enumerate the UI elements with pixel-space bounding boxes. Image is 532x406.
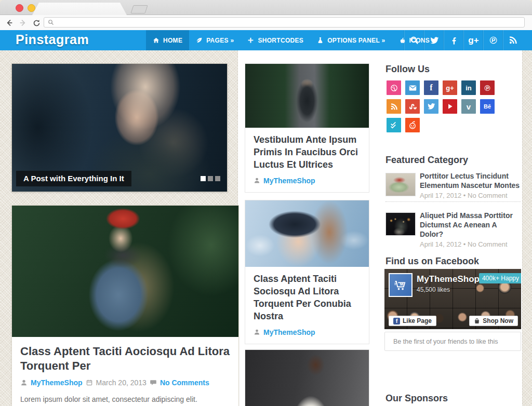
post-comments-link[interactable]: No Comments (160, 378, 209, 387)
home-icon (153, 37, 159, 44)
featured-item-title[interactable]: Porttitor Lectus Tincidunt Elementum Nas… (420, 172, 522, 191)
pinstagram-demo-page: { "colors": { "accent_blue": "#1b9ce4", … (0, 0, 532, 406)
new-tab-button[interactable] (130, 5, 148, 13)
featured-item-meta: April 14, 2012 • No Comment (420, 240, 522, 248)
back-button[interactable] (4, 18, 15, 28)
browser-toolbar (0, 15, 532, 30)
dribbble-icon[interactable] (387, 80, 401, 95)
url-input[interactable] (57, 18, 524, 26)
plus-icon (247, 37, 254, 44)
close-window-button[interactable] (16, 4, 23, 12)
navbar-search-button[interactable] (404, 30, 424, 50)
facebook-likes-count: 45,500 likes (417, 286, 450, 293)
linkedin-icon[interactable]: in (461, 80, 476, 95)
calendar-icon (86, 379, 93, 386)
facebook-page-avatar[interactable]: M (389, 273, 413, 297)
follow-us-heading: Follow Us (385, 64, 430, 75)
featured-item[interactable]: Aliquet Pid Massa Porttitor Dictumst Ac … (385, 211, 522, 248)
like-page-label: Like Page (403, 317, 432, 324)
navbar-social: g+ ℗ (404, 30, 523, 50)
email-icon[interactable] (405, 80, 420, 95)
post-card: Class Aptent Taciti Aociosqu Ad Litora T… (11, 205, 239, 406)
behance-icon[interactable]: Bē (480, 99, 495, 114)
post-meta: MyThemeShop March 20, 2013 No Comments (20, 378, 230, 387)
menu-item-pages[interactable]: PAGES » (189, 30, 241, 50)
slider-dot-3[interactable] (215, 176, 220, 181)
twitter-icon[interactable] (424, 30, 444, 50)
featured-thumbnail-car[interactable] (385, 173, 416, 196)
grid-post-body: Class Aptent Taciti Sociosqu Ad Litora T… (245, 267, 369, 344)
shop-now-label: Shop Now (483, 317, 513, 324)
google-plus-icon[interactable]: g+ (463, 30, 483, 50)
leaf-icon (196, 37, 203, 44)
slider-dot-2[interactable] (208, 176, 213, 181)
svg-text:M: M (400, 282, 404, 287)
facebook-icon: f (393, 318, 400, 324)
post-image-woman-white-dress[interactable] (245, 350, 369, 406)
menu-label: OPTIONS PANEL » (327, 37, 385, 44)
grid-post-author-link[interactable]: MyThemeShop (263, 177, 315, 185)
search-icon (48, 19, 54, 25)
featured-item[interactable]: Porttitor Lectus Tincidunt Elementum Nas… (385, 172, 522, 199)
grid-post-meta: MyThemeShop (254, 328, 361, 336)
facebook-happy-badge: 400k+ Happy (479, 273, 521, 283)
sidebar: Follow Us f g+ in ℗ v Bē Featured Catego… (385, 50, 522, 406)
pinterest-icon[interactable]: ℗ (480, 80, 495, 95)
menu-label: HOME (163, 37, 182, 44)
browser-tab[interactable] (32, 3, 127, 15)
facebook-icon[interactable] (444, 30, 463, 50)
facebook-shop-now-button[interactable]: Shop Now (469, 316, 518, 326)
featured-category-heading: Featured Category (385, 155, 468, 166)
author-icon (254, 329, 260, 335)
minimize-window-button[interactable] (28, 4, 35, 12)
grid-post-meta: MyThemeShop (254, 177, 361, 185)
post-title[interactable]: Class Aptent Taciti Aociosqu Ad Litora T… (20, 344, 230, 373)
slider-pagination (201, 176, 220, 181)
rss-icon[interactable] (387, 99, 401, 114)
post-date: March 20, 2013 (96, 378, 147, 387)
featured-item-meta: April 17, 2012 • No Comment (420, 192, 522, 199)
menu-item-home[interactable]: HOME (146, 30, 189, 50)
comments-icon (150, 379, 157, 386)
reload-button[interactable] (31, 18, 42, 28)
main-menu: HOME PAGES » SHORTCODES OPTIONS PANEL » … (146, 30, 436, 50)
youtube-icon[interactable] (443, 99, 457, 114)
featured-thumbnail-night[interactable] (385, 212, 416, 236)
post-image-photographer-girl[interactable] (12, 206, 238, 337)
twitter-icon[interactable] (424, 99, 438, 114)
post-image-woman-sunglasses[interactable] (245, 200, 369, 267)
post-image-man-on-road[interactable] (245, 64, 369, 128)
our-sponsors-heading: Our Sponsors (385, 393, 448, 404)
grid-post-author-link[interactable]: MyThemeShop (263, 328, 315, 336)
facebook-page-name[interactable]: MyThemeShop (417, 274, 480, 285)
menu-label: SHORTCODES (258, 37, 303, 44)
rss-icon[interactable] (503, 30, 523, 50)
google-plus-icon[interactable]: g+ (443, 80, 457, 95)
post-author-link[interactable]: MyThemeShop (31, 378, 83, 387)
facebook-icon[interactable]: f (424, 80, 438, 95)
grid-post-body: Vestibulum Ante Ipsum Primis In Faucibus… (245, 128, 369, 192)
address-bar[interactable] (44, 17, 525, 28)
search-icon (410, 36, 419, 45)
stumbleupon-icon[interactable] (405, 99, 420, 114)
forward-button[interactable] (18, 18, 28, 28)
shopping-bag-icon (474, 318, 480, 324)
site-logo[interactable]: Pinstagram (16, 30, 89, 50)
slider-dot-1[interactable] (201, 176, 206, 181)
menu-item-shortcodes[interactable]: SHORTCODES (241, 30, 310, 50)
menu-item-options-panel[interactable]: OPTIONS PANEL » (310, 30, 392, 50)
facebook-heading: Find us on Facebook (385, 256, 479, 267)
post-body: Class Aptent Taciti Aociosqu Ad Litora T… (12, 337, 238, 406)
facebook-page-widget[interactable]: M MyThemeShop 45,500 likes 400k+ Happy f… (384, 269, 521, 329)
grid-post-title[interactable]: Class Aptent Taciti Sociosqu Ad Litora T… (254, 273, 361, 323)
grid-post-title[interactable]: Vestibulum Ante Ipsum Primis In Faucibus… (254, 134, 361, 171)
reddit-icon[interactable] (405, 118, 420, 132)
featured-item-title[interactable]: Aliquet Pid Massa Porttitor Dictumst Ac … (420, 211, 522, 239)
slider-caption[interactable]: A Post with Everything In It (16, 171, 131, 186)
pinterest-icon[interactable]: ℗ (483, 30, 503, 50)
follow-us-icons: f g+ in ℗ v Bē (387, 80, 497, 132)
foursquare-icon[interactable] (387, 118, 401, 132)
vimeo-icon[interactable]: v (461, 99, 476, 114)
featured-slider[interactable]: A Post with Everything In It (11, 63, 228, 192)
facebook-like-page-button[interactable]: f Like Page (389, 316, 436, 326)
